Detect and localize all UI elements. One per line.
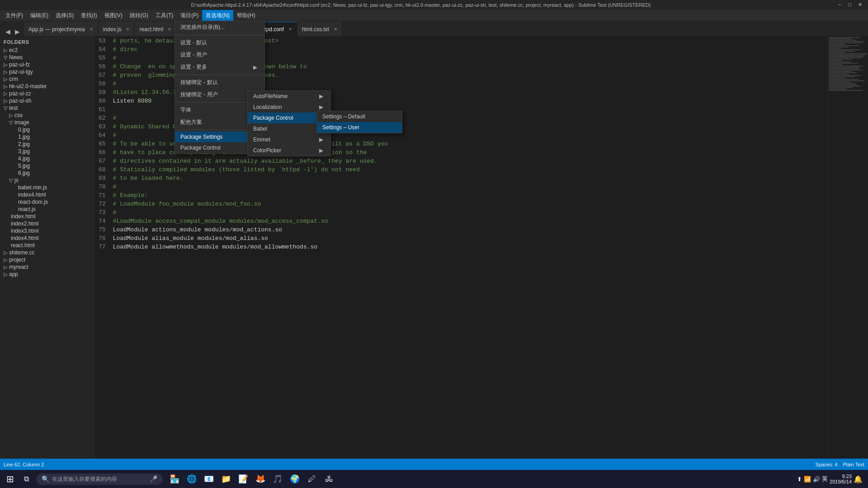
sidebar-item-app[interactable]: ▷ app xyxy=(0,271,95,278)
maximize-button[interactable]: □ xyxy=(848,2,854,8)
notification-icon[interactable]: 🔔 xyxy=(854,475,863,483)
line-numbers: 5354555657 5859606162 6364656667 6869707… xyxy=(95,37,111,251)
sidebar-header: FOLDERS xyxy=(0,38,95,47)
taskbar-icon-sublimetext[interactable]: 📝 xyxy=(235,471,251,487)
taskbar-icon-store[interactable]: 🏪 xyxy=(166,471,183,487)
menu-item-edit[interactable]: 编辑(E) xyxy=(27,10,52,21)
folder-icon: ▷ xyxy=(4,76,7,82)
status-bar: Line 62, Column 2 Spaces: 4 Plain Text xyxy=(0,459,868,470)
menu-item-file[interactable]: 文件(F) xyxy=(2,10,27,21)
taskview-button[interactable]: ⧉ xyxy=(18,471,34,487)
settings-user-sub[interactable]: Settings – User xyxy=(317,122,402,133)
close-button[interactable]: ✕ xyxy=(858,2,864,8)
sidebar-item-paz-ui-sh[interactable]: ▷ paz-ui-sh xyxy=(0,97,95,104)
settings-default-sub[interactable]: Settings – Default xyxy=(317,111,402,122)
folder-icon: ▷ xyxy=(4,69,7,75)
menu-keybind-default[interactable]: 按键绑定 - 默认 xyxy=(175,76,264,89)
menu-item-select[interactable]: 选择(S) xyxy=(52,10,77,21)
taskbar-date: 2019/6/14 xyxy=(830,479,852,484)
tab-reacthtml-close[interactable]: ✕ xyxy=(168,27,171,32)
taskbar-icon-firefox[interactable]: 🦊 xyxy=(252,471,269,487)
taskbar-icon-browser[interactable]: 🌐 xyxy=(184,471,200,487)
submenu-emmet[interactable]: Emmet ▶ xyxy=(248,134,330,145)
submenu-colorpicker[interactable]: ColorPicker ▶ xyxy=(248,145,330,156)
menu-settings-more[interactable]: 设置 - 更多 ▶ xyxy=(175,61,264,73)
sidebar-item-index4html[interactable]: index4.html xyxy=(0,191,95,198)
menu-settings-default[interactable]: 设置 - 默认 xyxy=(175,37,264,49)
sidebar-item-crm[interactable]: ▷ crm xyxy=(0,75,95,83)
sidebar-item-project[interactable]: ▷ project xyxy=(0,256,95,263)
sidebar-item-image[interactable]: ▽ image xyxy=(0,119,95,126)
sys-lang-icon[interactable]: 英 xyxy=(822,475,828,483)
submenu-autofilename[interactable]: AutoFileName ▶ xyxy=(248,91,330,102)
sidebar-item-reacthtml-root[interactable]: react.html xyxy=(0,242,95,249)
sidebar-item-reactjs[interactable]: react.js xyxy=(0,206,95,213)
taskbar-icon-media[interactable]: 🎵 xyxy=(269,471,286,487)
sidebar-item-shilemecc[interactable]: ▷ shileme.cc xyxy=(0,249,95,256)
taskbar-icon-file[interactable]: 📁 xyxy=(218,471,234,487)
taskbar-time: 9:23 xyxy=(830,474,852,479)
nav-forward-button[interactable]: ▶ xyxy=(13,27,22,36)
tab-htmlcsstxt-close[interactable]: ✕ xyxy=(334,27,337,32)
menu-item-view[interactable]: 视图(V) xyxy=(101,10,126,21)
sidebar-item-4jpg[interactable]: 4.jpg xyxy=(0,155,95,162)
menu-item-find[interactable]: 查找(I) xyxy=(77,10,100,21)
sidebar-item-3jpg[interactable]: 3.jpg xyxy=(0,148,95,155)
sidebar-item-test[interactable]: ▽ test xyxy=(0,104,95,112)
sidebar-item-6jpg[interactable]: 6.jpg xyxy=(0,169,95,177)
sidebar-item-hk-ui[interactable]: ▷ hk-ui2.0-master xyxy=(0,83,95,90)
folder-open-icon: ▽ xyxy=(9,178,13,183)
sidebar-item-5jpg[interactable]: 5.jpg xyxy=(0,162,95,169)
sys-volume-icon: 🔊 xyxy=(813,476,820,483)
sidebar-item-ec2[interactable]: ▷ ec2 xyxy=(0,47,95,54)
minimize-button[interactable]: − xyxy=(838,2,844,8)
sidebar-item-paz-ui-zz[interactable]: ▷ paz-ui-zz xyxy=(0,90,95,97)
sidebar-item-2jpg[interactable]: 2.jpg xyxy=(0,141,95,148)
tab-indexjs[interactable]: index.js ✕ xyxy=(98,22,135,36)
sidebar-item-js[interactable]: ▽ js xyxy=(0,177,95,184)
start-button[interactable]: ⊞ xyxy=(2,471,18,487)
folder-icon: ▷ xyxy=(4,84,7,89)
sidebar-item-news[interactable]: ▽ News xyxy=(0,54,95,61)
tab-appjs-close[interactable]: ✕ xyxy=(90,27,93,32)
taskbar-icon-pen[interactable]: 🖊 xyxy=(304,471,320,487)
menu-item-project[interactable]: 项目(P) xyxy=(177,10,202,21)
folder-icon: ▷ xyxy=(4,47,7,53)
sidebar-item-myreact[interactable]: ▷ myreact xyxy=(0,263,95,271)
status-left: Line 62, Column 2 xyxy=(4,462,44,467)
menu-item-tools[interactable]: 工具(T) xyxy=(152,10,177,21)
sidebar-item-css[interactable]: ▷ css xyxy=(0,112,95,119)
menu-item-help[interactable]: 帮助(H) xyxy=(233,10,259,21)
taskbar-icon-network[interactable]: 🖧 xyxy=(321,471,337,487)
menu-item-goto[interactable]: 跳转(G) xyxy=(126,10,152,21)
menu-settings-user[interactable]: 设置 - 用户 xyxy=(175,49,264,61)
sidebar-item-1jpg[interactable]: 1.jpg xyxy=(0,133,95,141)
title-bar: D:\soft\Apache-httpd-2.4.17-x64\Apache24… xyxy=(0,0,868,10)
folder-icon: ▷ xyxy=(4,91,7,97)
folder-open-icon: ▽ xyxy=(4,105,7,111)
tab-indexjs-close[interactable]: ✕ xyxy=(126,27,129,32)
sidebar-item-paz-ui-fz[interactable]: ▷ paz-ui-fz xyxy=(0,61,95,68)
tab-htmlcsstxt[interactable]: html.css.txt ✕ xyxy=(297,22,342,36)
sidebar-item-indexhtml[interactable]: index.html xyxy=(0,213,95,220)
sidebar-item-index3html[interactable]: index3.html xyxy=(0,227,95,235)
taskbar-icon-email[interactable]: 📧 xyxy=(201,471,217,487)
menu-browse-plugins[interactable]: 浏览插件目录(B)... xyxy=(175,21,264,33)
sidebar-item-index4html-root[interactable]: index4.html xyxy=(0,235,95,242)
sidebar-item-index2html[interactable]: index2.html xyxy=(0,220,95,227)
menu-item-preferences[interactable]: 首选项(N) xyxy=(202,10,233,21)
taskbar-clock: 9:23 2019/6/14 xyxy=(830,474,852,484)
sidebar-item-babelmjs[interactable]: babel.min.js xyxy=(0,184,95,191)
sidebar-item-paz-ui-tgy[interactable]: ▷ paz-ui-tgy xyxy=(0,68,95,75)
sidebar-item-0jpg[interactable]: 0.jpg xyxy=(0,126,95,133)
nav-back-button[interactable]: ◀ xyxy=(4,27,12,36)
microphone-icon: 🎤 xyxy=(150,475,157,483)
folder-icon: ▷ xyxy=(4,98,7,104)
tab-reacthtml[interactable]: react.html ✕ xyxy=(134,22,176,36)
sidebar-item-reactdomjs[interactable]: react-dom.js xyxy=(0,198,95,206)
tab-appjs[interactable]: App.js — project\myrea ✕ xyxy=(24,22,98,36)
taskbar-search[interactable]: 🔍 在这里输入你要搜索的内容 🎤 xyxy=(36,474,163,485)
tab-httpdconf-close[interactable]: ✕ xyxy=(288,27,292,32)
status-spaces: Spaces: 4 xyxy=(816,462,838,467)
taskbar-icon-chrome[interactable]: 🌍 xyxy=(287,471,303,487)
